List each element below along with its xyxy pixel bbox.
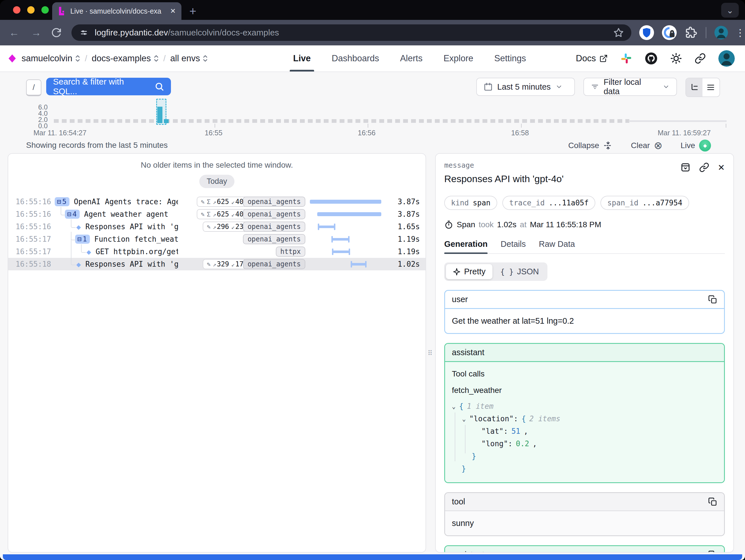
tab-alerts[interactable]: Alerts (399, 45, 424, 71)
render-mode-toggle: Pretty { } JSON (444, 262, 547, 281)
collapse-chevron-icon[interactable]: ⌄ (452, 403, 456, 410)
timeline-selection[interactable] (156, 99, 166, 125)
collapse-button[interactable]: Collapse (569, 141, 613, 150)
table-row[interactable]: 16:55:16 ⊟5 OpenAI Agents trace: Agent w… (8, 195, 425, 208)
save-view-icon[interactable] (680, 162, 690, 173)
panel-resize-handle[interactable]: ⠿ (427, 351, 433, 355)
theme-sun-icon[interactable] (670, 53, 682, 64)
collapse-node-badge[interactable]: ⊟5 (55, 197, 69, 206)
bottom-accent-bar (3, 554, 742, 560)
filter-local-data-dropdown[interactable]: Filter local data (583, 78, 677, 96)
list-view-button[interactable] (703, 78, 719, 96)
records-status-text: Showing records from the last 5 minutes (26, 141, 168, 150)
minimize-window-button[interactable] (27, 6, 35, 13)
browser-profile-avatar[interactable] (714, 26, 728, 39)
external-link-icon (599, 54, 608, 63)
table-row[interactable]: 16:55:17 ◆ GET httpbin.org/get ? lat='51… (8, 245, 425, 258)
row-timestamp: 16:55:18 (15, 260, 55, 268)
output-tokens-icon: ↙ (231, 198, 235, 206)
filter-local-value: Filter local data (604, 77, 658, 96)
breadcrumb-env[interactable]: all envs (170, 53, 208, 64)
tab-generation[interactable]: Generation (444, 240, 488, 253)
copy-icon[interactable] (708, 295, 717, 304)
copy-link-icon[interactable] (699, 162, 709, 173)
activity-timeline[interactable]: 6.0 4.0 2.0 0.0 Mar 11. 16:54:27 16:55 1… (0, 99, 745, 136)
share-link-icon[interactable] (694, 53, 706, 64)
user-avatar[interactable] (718, 50, 735, 67)
tree-view-button[interactable] (686, 78, 703, 96)
duration-bar (332, 250, 350, 253)
collapse-chevron-icon[interactable]: ⌄ (462, 415, 466, 423)
sum-icon: Σ (207, 211, 210, 218)
tab-details[interactable]: Details (500, 240, 526, 253)
close-panel-icon[interactable]: ✕ (718, 162, 725, 173)
clear-button[interactable]: Clear⊗ (631, 139, 662, 152)
tab-search-button[interactable]: ⌄ (721, 3, 739, 18)
browser-tab[interactable]: Live · samuelcolvin/docs-exa ✕ (52, 2, 182, 20)
tab-settings[interactable]: Settings (493, 45, 527, 71)
privacy-extension-icon[interactable] (662, 25, 677, 40)
docs-link[interactable]: Docs (576, 53, 608, 64)
today-pill[interactable]: Today (199, 175, 234, 188)
pretty-toggle-button[interactable]: Pretty (446, 264, 492, 279)
copy-icon[interactable] (708, 497, 717, 506)
slack-icon[interactable] (620, 53, 632, 64)
new-tab-button[interactable]: + (189, 4, 196, 18)
json-toggle-button[interactable]: { } JSON (493, 264, 546, 279)
trace-id-pill[interactable]: trace_id...11a05f (503, 196, 595, 210)
browser-menu-icon[interactable]: ⋮ (735, 27, 745, 38)
breadcrumb-project[interactable]: docs-examples (92, 53, 159, 64)
tool-calls-label: Tool calls (452, 369, 717, 378)
site-settings-icon[interactable] (79, 28, 89, 38)
duration-bar (332, 238, 349, 241)
table-row[interactable]: 16:55:17 ⊟1 Function fetch_weather opena… (8, 233, 425, 245)
forward-button[interactable]: → (31, 27, 41, 39)
copy-icon[interactable] (708, 550, 717, 553)
reload-button[interactable] (41, 27, 62, 38)
close-window-button[interactable] (13, 6, 21, 13)
extensions-puzzle-icon[interactable] (685, 26, 697, 39)
table-row[interactable]: 16:55:16 ⊟4 Agent weather agent ✎Σ↗625↙4… (8, 208, 425, 220)
zoom-window-button[interactable] (41, 6, 49, 13)
x-tick-label: 16:55 (205, 129, 223, 137)
span-id-pill[interactable]: span_id...a77954 (601, 196, 689, 210)
table-row-selected[interactable]: 16:55:18 ◆ Responses API with 'gpt-4o' ✎… (8, 258, 425, 270)
message-card-tool: tool sunny (444, 492, 725, 536)
close-tab-icon[interactable]: ✕ (170, 7, 176, 15)
github-icon[interactable] (645, 52, 658, 65)
traffic-lights[interactable] (13, 6, 49, 13)
message-role: assistant (452, 348, 484, 357)
collapse-node-badge[interactable]: ⊟1 (75, 235, 90, 244)
duration-bar (310, 200, 381, 204)
span-label: Agent weather agent (84, 210, 178, 218)
row-timestamp: 16:55:17 (15, 235, 55, 243)
row-timestamp: 16:55:16 (15, 210, 55, 218)
input-tokens-icon: ↗ (213, 223, 216, 230)
page-body: / Search & filter with SQL... Last 5 min… (0, 72, 745, 560)
table-row[interactable]: 16:55:16 ◆ Responses API with 'gpt-4o' ✎… (8, 220, 425, 233)
tab-live[interactable]: Live (292, 45, 312, 71)
tokens-icon: ✎ (201, 198, 204, 206)
time-range-dropdown[interactable]: Last 5 minutes (476, 78, 575, 96)
tab-explore[interactable]: Explore (442, 45, 474, 71)
tree-view-icon (690, 83, 699, 92)
breadcrumb-org[interactable]: samuelcolvin (22, 53, 80, 64)
output-tokens-icon: ↙ (231, 261, 235, 268)
tab-dashboards[interactable]: Dashboards (330, 45, 380, 71)
bookmark-star-icon[interactable] (613, 27, 624, 38)
collapse-node-icon: ⊟ (57, 198, 61, 206)
live-toggle[interactable]: Live◆ (681, 139, 711, 152)
token-count-badge: ✎Σ↗625↙40 (197, 196, 248, 207)
collapse-node-badge[interactable]: ⊟4 (65, 210, 80, 219)
gantt-bar-cell (309, 245, 391, 258)
span-label: OpenAI Agents trace: Agent workflow (74, 197, 178, 206)
no-older-items-text: No older items in the selected time wind… (8, 161, 425, 169)
x-tick-label: 16:58 (511, 129, 529, 137)
input-tokens-icon: ↗ (213, 261, 216, 268)
logfire-logo-icon (58, 6, 66, 16)
bitwarden-extension-icon[interactable] (639, 25, 654, 40)
url-bar[interactable]: logfire.pydantic.dev/samuelcolvin/docs-e… (71, 24, 631, 41)
tab-raw-data[interactable]: Raw Data (539, 240, 575, 253)
back-button[interactable]: ← (9, 27, 19, 39)
search-input[interactable]: Search & filter with SQL... (46, 78, 171, 95)
